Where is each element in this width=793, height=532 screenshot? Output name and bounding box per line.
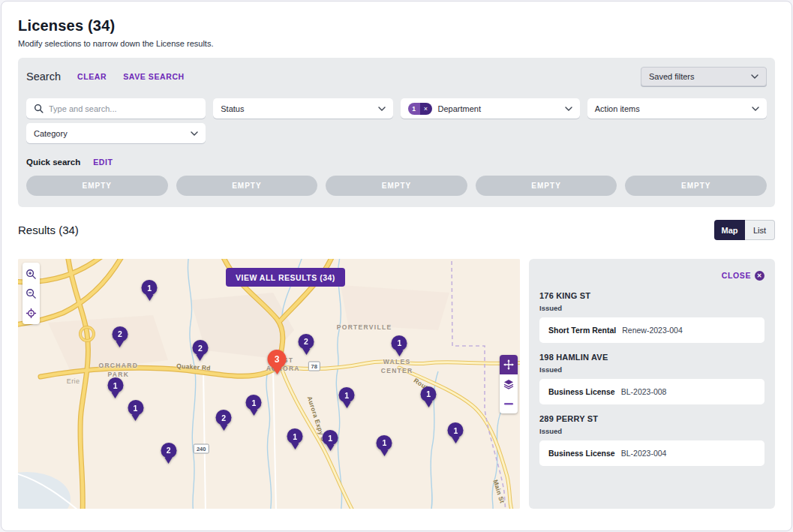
license-card[interactable]: Short Term Rental Renew-2023-004 [539, 317, 764, 343]
quick-search-slot[interactable]: EMPTY [176, 176, 318, 196]
close-label: CLOSE [722, 271, 751, 280]
page-subtitle: Modify selections to narrow down the Lic… [18, 39, 775, 48]
result-entry: 176 KING ST Issued Short Term Rental Ren… [539, 291, 764, 343]
map-pin[interactable]: 1 [107, 377, 123, 398]
chevron-down-icon [565, 107, 572, 111]
layers-icon [503, 379, 514, 389]
map-pin[interactable]: 1 [323, 430, 338, 451]
entry-status: Issued [539, 304, 764, 312]
map-pin[interactable]: 1 [421, 386, 437, 407]
pan-move-icon [503, 359, 514, 370]
entry-address: 176 KING ST [539, 291, 764, 300]
map-pin[interactable]: 1 [128, 400, 143, 421]
status-dropdown[interactable]: Status [213, 98, 392, 119]
search-section-title: Search [26, 71, 61, 83]
zoom-out-button[interactable] [23, 284, 40, 302]
map-pin[interactable]: 2 [216, 410, 232, 431]
zoom-in-icon [26, 269, 37, 280]
map-pin[interactable]: 1 [142, 280, 158, 301]
page-header: Licenses (34) Modify selections to narro… [2, 2, 791, 48]
clear-button[interactable]: CLEAR [77, 72, 107, 81]
quick-search-slot[interactable]: EMPTY [326, 176, 467, 196]
map-pin[interactable]: 2 [112, 326, 128, 347]
layers-button[interactable] [500, 374, 518, 394]
map-pin[interactable]: 1 [392, 335, 407, 356]
licenses-page: Licenses (34) Modify selections to narro… [1, 1, 792, 531]
entry-address: 289 PERRY ST [539, 414, 764, 423]
map[interactable]: ORCHARD PARKEriePORTERVILLEEAST AURORAWA… [18, 259, 520, 509]
map-tool-controls [500, 355, 518, 413]
quick-search-slots: EMPTYEMPTYEMPTYEMPTYEMPTY [26, 176, 767, 196]
action-items-label: Action items [595, 104, 640, 113]
pan-tool-button[interactable] [500, 355, 518, 374]
search-input[interactable] [49, 104, 198, 113]
results-title: Results (34) [18, 224, 79, 236]
zoom-out-icon [26, 288, 37, 299]
view-toggle: Map List [714, 220, 775, 240]
quick-search-slot[interactable]: EMPTY [476, 176, 617, 196]
close-icon: ✕ [755, 271, 764, 281]
map-pin[interactable]: 2 [161, 443, 176, 464]
quick-search-edit-button[interactable]: EDIT [93, 158, 113, 167]
page-title: Licenses (34) [18, 17, 775, 35]
view-all-results-button[interactable]: VIEW ALL RESULTS (34) [226, 268, 345, 287]
map-pin[interactable]: 1 [339, 387, 355, 408]
badge-remove-icon[interactable]: × [420, 103, 432, 115]
license-number: BL-2023-004 [621, 449, 667, 458]
map-pin[interactable]: 1 [287, 428, 303, 449]
map-pin[interactable]: 1 [448, 422, 464, 443]
department-dropdown[interactable]: 1 × Department [401, 98, 580, 119]
license-number: Renew-2023-004 [622, 326, 683, 335]
license-type: Business License [548, 449, 615, 458]
map-pin[interactable]: 2 [192, 340, 208, 361]
department-filter-badge: 1 × [408, 103, 432, 115]
action-items-dropdown[interactable]: Action items [587, 98, 767, 119]
map-pin[interactable]: 2 [299, 334, 314, 355]
category-dropdown[interactable]: Category [26, 123, 206, 143]
result-entries: 176 KING ST Issued Short Term Rental Ren… [539, 291, 764, 466]
result-entry: 198 HAMLIN AVE Issued Business License B… [539, 353, 764, 404]
chevron-down-icon [752, 107, 759, 111]
minus-icon [503, 402, 514, 405]
search-panel: Search CLEAR SAVE SEARCH Saved filters S… [18, 58, 775, 207]
map-pin[interactable]: 1 [246, 395, 262, 416]
saved-filters-label: Saved filters [649, 72, 695, 81]
crosshair-locate-icon [26, 308, 37, 319]
saved-filters-dropdown[interactable]: Saved filters [641, 67, 767, 86]
quick-search-slot[interactable]: EMPTY [26, 176, 168, 196]
status-label: Status [221, 104, 244, 113]
keyword-search-field[interactable] [26, 98, 206, 119]
entry-status: Issued [539, 365, 764, 374]
zoom-in-button[interactable] [23, 265, 40, 283]
department-label: Department [438, 104, 481, 113]
entry-status: Issued [539, 427, 764, 435]
save-search-button[interactable]: SAVE SEARCH [123, 72, 185, 81]
map-zoom-controls [23, 263, 40, 324]
license-card[interactable]: Business License BL-2023-004 [539, 440, 764, 466]
chevron-down-icon [191, 131, 198, 136]
category-label: Category [34, 129, 68, 138]
quick-search-slot[interactable]: EMPTY [625, 176, 767, 196]
map-cluster-pin[interactable]: 3 [268, 350, 287, 374]
license-type: Short Term Rental [548, 326, 616, 335]
tab-map-view[interactable]: Map [714, 220, 745, 240]
entry-address: 198 HAMLIN AVE [539, 353, 764, 362]
map-pins-layer: 12221311121111112 [18, 259, 520, 509]
close-panel-button[interactable]: CLOSE ✕ [722, 271, 764, 281]
license-type: Business License [548, 387, 615, 396]
license-number: BL-2023-008 [621, 387, 667, 396]
badge-count: 1 [408, 103, 420, 115]
map-pin[interactable]: 1 [377, 435, 392, 456]
chevron-down-icon [378, 107, 386, 111]
result-entry: 289 PERRY ST Issued Business License BL-… [539, 414, 764, 466]
quick-search-label: Quick search [26, 158, 80, 167]
collapse-controls-button[interactable] [500, 394, 518, 413]
results-side-panel: CLOSE ✕ 176 KING ST Issued Short Term Re… [529, 259, 775, 509]
locate-button[interactable] [23, 304, 40, 322]
search-icon [34, 104, 44, 113]
chevron-down-icon [751, 74, 758, 79]
license-card[interactable]: Business License BL-2023-008 [539, 379, 764, 404]
tab-list-view[interactable]: List [745, 220, 775, 240]
